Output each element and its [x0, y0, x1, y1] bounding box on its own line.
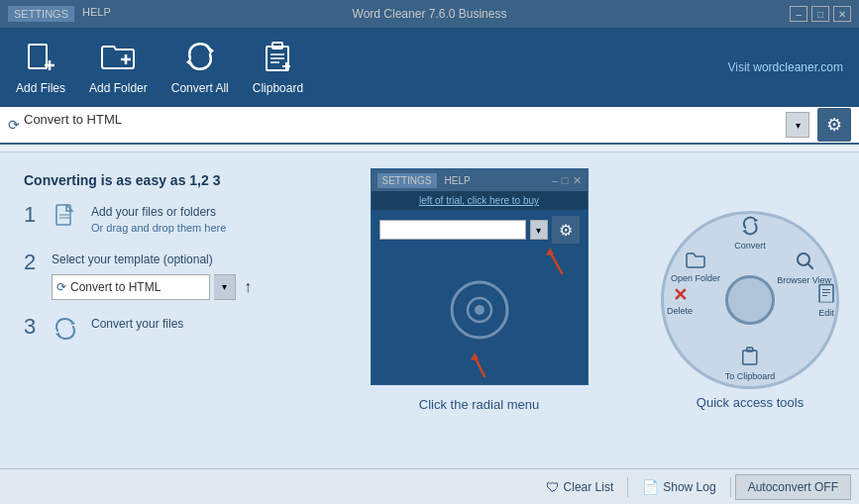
demo-controls: ▾ ⚙: [372, 210, 588, 250]
svg-rect-0: [29, 45, 47, 68]
open-folder-label: Open Folder: [671, 273, 720, 283]
status-bar: 🛡 Clear List 📄 Show Log Autoconvert OFF: [0, 468, 859, 504]
status-divider-1: [627, 477, 628, 497]
help-menu[interactable]: HELP: [82, 6, 111, 22]
radial-edit[interactable]: Edit: [817, 283, 835, 318]
settings-menu[interactable]: SETTINGS: [8, 6, 74, 22]
close-button[interactable]: ✕: [833, 6, 851, 22]
radial-open-folder[interactable]: Open Folder: [671, 251, 720, 283]
svg-marker-27: [742, 230, 746, 234]
clear-list-label: Clear List: [564, 480, 614, 494]
convert-all-label: Convert All: [171, 81, 229, 95]
delete-icon: ✕: [673, 284, 688, 306]
radial-inner-ring: [725, 275, 775, 325]
template-gear-button[interactable]: ⚙: [817, 108, 851, 142]
clipboard-button[interactable]: Clipboard: [253, 41, 303, 95]
svg-line-19: [550, 252, 562, 273]
demo-minimize[interactable]: –: [552, 174, 558, 187]
sub-bar: [0, 145, 859, 152]
website-link[interactable]: wordcleaner.com: [753, 60, 843, 74]
browser-view-icon: [795, 251, 814, 275]
autoconvert-label: Autoconvert OFF: [748, 480, 838, 494]
maximize-button[interactable]: □: [811, 6, 829, 22]
clear-list-icon: 🛡: [546, 479, 560, 495]
add-files-button[interactable]: Add Files: [16, 41, 65, 95]
arrow-area: [372, 246, 588, 275]
right-panel: Convert Open Folder B: [641, 152, 859, 468]
quick-tools-caption: Quick access tools: [697, 395, 804, 410]
template-dropdown-button[interactable]: ▾: [786, 112, 809, 138]
step-1-number: 1: [24, 204, 40, 226]
window-title: Word Cleaner 7.6.0 Business: [353, 7, 507, 21]
edit-label: Edit: [818, 308, 834, 318]
template-value[interactable]: Convert to HTML: [24, 112, 782, 138]
demo-window-buttons: – □ ✕: [552, 174, 582, 187]
step-2-select[interactable]: ⟳ Convert to HTML: [52, 274, 210, 300]
open-folder-icon: [686, 251, 705, 273]
main-content: Converting is as easy as 1,2 3 1 Add you…: [0, 152, 859, 468]
center-panel: SETTINGS HELP – □ ✕ left of trial, click…: [317, 152, 641, 468]
step-2-value: Convert to HTML: [70, 280, 161, 294]
clipboard-icon: [263, 41, 292, 77]
center-caption: Click the radial menu: [419, 397, 539, 412]
demo-gear-button[interactable]: ⚙: [552, 216, 580, 244]
to-clipboard-icon: [741, 347, 759, 371]
radial-convert[interactable]: Convert: [734, 216, 766, 251]
convert-all-icon: [182, 41, 218, 77]
step-1: 1 Add your files or folders Or drag and …: [24, 204, 293, 236]
add-folder-icon: [100, 41, 136, 77]
step-3-convert-icon: [52, 316, 79, 348]
radial-demo-svg: [449, 279, 510, 341]
demo-select-arrow[interactable]: ▾: [530, 220, 548, 240]
show-log-label: Show Log: [663, 480, 715, 494]
convert-all-button[interactable]: Convert All: [171, 41, 229, 95]
convert-icon: [740, 216, 760, 241]
gear-icon: ⚙: [826, 114, 842, 136]
svg-marker-18: [55, 333, 59, 338]
svg-marker-17: [71, 320, 75, 325]
radial-delete[interactable]: ✕ Delete: [667, 284, 693, 316]
demo-settings-menu[interactable]: SETTINGS: [377, 173, 437, 188]
step-3: 3 Convert your files: [24, 316, 293, 348]
demo-window: SETTINGS HELP – □ ✕ left of trial, click…: [371, 168, 589, 385]
instructions-title: Converting is as easy as 1,2 3: [24, 172, 293, 188]
svg-marker-20: [546, 248, 554, 255]
demo-titlebar: SETTINGS HELP – □ ✕: [372, 169, 588, 191]
step-2: 2 Select your template (optional) ⟳ Conv…: [24, 252, 293, 300]
template-bar: ⟳ Convert to HTML ▾ ⚙: [0, 107, 859, 145]
svg-marker-26: [754, 218, 758, 222]
svg-marker-25: [471, 353, 479, 360]
demo-close[interactable]: ✕: [573, 174, 582, 187]
autoconvert-button[interactable]: Autoconvert OFF: [735, 474, 851, 500]
convert-label: Convert: [734, 241, 766, 251]
add-folder-button[interactable]: Add Folder: [89, 41, 148, 95]
title-bar-menu: SETTINGS HELP: [8, 6, 111, 22]
minimize-button[interactable]: –: [790, 6, 807, 22]
demo-maximize[interactable]: □: [562, 174, 569, 187]
delete-label: Delete: [667, 306, 693, 316]
radial-menu[interactable]: Convert Open Folder B: [661, 211, 839, 389]
template-select-wrapper: ⟳ Convert to HTML ▾: [8, 112, 809, 138]
template-sync-icon: ⟳: [8, 117, 20, 133]
svg-rect-35: [747, 348, 753, 352]
visit-text: Visit: [727, 60, 753, 74]
step-1-file-icon: [52, 204, 79, 236]
step-3-text: Convert your files: [91, 316, 183, 333]
add-files-label: Add Files: [16, 81, 65, 95]
demo-help-menu[interactable]: HELP: [445, 175, 471, 186]
radial-browser-view[interactable]: Browser View: [777, 251, 831, 285]
demo-trial-bar[interactable]: left of trial, click here to buy: [372, 191, 588, 210]
to-clipboard-label: To Clipboard: [725, 371, 776, 381]
show-log-button[interactable]: 📄 Show Log: [632, 474, 725, 500]
demo-bottom: [372, 275, 588, 349]
toolbar: Add Files Add Folder Convert All: [0, 28, 859, 107]
demo-select-bar: [379, 220, 526, 240]
step-1-sub: Or drag and drop them here: [91, 221, 226, 236]
radial-arrow: [372, 349, 588, 384]
step-2-dropdown[interactable]: ▾: [214, 274, 236, 300]
demo-gear-icon: ⚙: [559, 221, 573, 240]
add-folder-label: Add Folder: [89, 81, 148, 95]
clear-list-button[interactable]: 🛡 Clear List: [536, 474, 624, 500]
step-3-number: 3: [24, 316, 40, 338]
radial-to-clipboard[interactable]: To Clipboard: [725, 347, 776, 381]
